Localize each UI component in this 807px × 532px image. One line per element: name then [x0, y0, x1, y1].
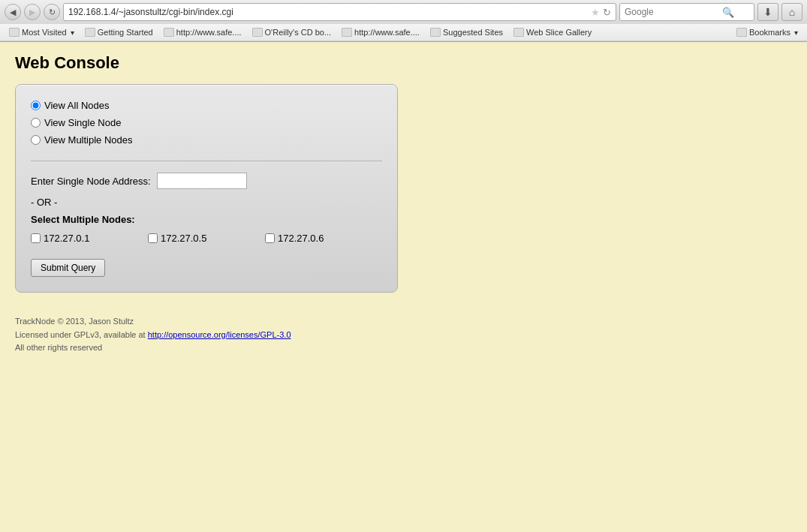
search-bar[interactable]: 🔍: [619, 3, 754, 21]
bookmark-label-web-slice: Web Slice Gallery: [526, 28, 592, 37]
radio-multiple-label: View Multiple Nodes: [44, 134, 133, 146]
radio-view-single[interactable]: View Single Node: [31, 117, 382, 128]
bookmark-icon-oreilly: [252, 28, 263, 37]
bookmark-label-oreilly: O'Reilly's CD bo...: [265, 28, 332, 37]
address-bar[interactable]: 192.168.1.4/~jasonstultz/cgi-bin/index.c…: [63, 3, 616, 21]
bookmark-safe-2[interactable]: http://www.safe....: [337, 26, 424, 38]
radio-view-all[interactable]: View All Nodes: [31, 100, 382, 111]
forward-button[interactable]: ▶: [24, 4, 41, 20]
page-content: Web Console View All Nodes View Single N…: [0, 42, 807, 492]
checkbox-node-3-input[interactable]: [265, 233, 275, 243]
radio-multiple-input[interactable]: [31, 135, 41, 145]
bookmark-oreilly[interactable]: O'Reilly's CD bo...: [248, 26, 336, 38]
bookmark-getting-started[interactable]: Getting Started: [80, 26, 158, 38]
bookmark-icon-safe-1: [164, 28, 174, 37]
select-multiple-label: Select Multiple Nodes:: [31, 214, 382, 225]
bookmark-label-most-visited: Most Visited: [22, 28, 67, 37]
footer-license-link[interactable]: http://opensource.org/licenses/GPL-3.0: [148, 330, 291, 339]
footer-line2-prefix: Licensed under GPLv3, available at: [15, 330, 148, 339]
back-button[interactable]: ◀: [5, 4, 21, 20]
checkbox-node-1-label: 172.27.0.1: [44, 233, 89, 244]
checkbox-node-2[interactable]: 172.27.0.5: [148, 233, 265, 244]
page-footer: TrackNode © 2013, Jason Stultz Licensed …: [15, 315, 792, 355]
bookmark-label-bookmarks: Bookmarks: [749, 28, 790, 37]
divider: [31, 161, 382, 161]
address-text: 192.168.1.4/~jasonstultz/cgi-bin/index.c…: [68, 7, 591, 17]
bookmark-icon-suggested: [430, 28, 441, 37]
bookmark-web-slice[interactable]: Web Slice Gallery: [509, 26, 596, 38]
toolbar: ◀ ▶ ↻ 192.168.1.4/~jasonstultz/cgi-bin/i…: [0, 0, 807, 24]
browser-chrome: ◀ ▶ ↻ 192.168.1.4/~jasonstultz/cgi-bin/i…: [0, 0, 807, 42]
radio-single-label: View Single Node: [44, 117, 121, 128]
footer-line1: TrackNode © 2013, Jason Stultz: [15, 315, 792, 329]
bookmark-icon-web-slice: [513, 28, 524, 37]
single-node-label: Enter Single Node Address:: [31, 176, 151, 187]
bookmark-icon-safe-2: [342, 28, 352, 37]
bookmark-icon-most-visited: [9, 28, 20, 37]
bookmark-label-getting-started: Getting Started: [98, 28, 153, 37]
bookmark-bookmarks[interactable]: Bookmarks: [732, 26, 802, 38]
star-icon[interactable]: ★: [591, 7, 600, 18]
search-input[interactable]: [625, 7, 722, 17]
or-text: - OR -: [31, 197, 382, 208]
bookmark-label-safe-2: http://www.safe....: [354, 28, 420, 37]
bookmark-suggested[interactable]: Suggested Sites: [426, 26, 507, 38]
radio-single-input[interactable]: [31, 118, 41, 128]
bookmark-label-suggested: Suggested Sites: [443, 28, 503, 37]
checkbox-node-3[interactable]: 172.27.0.6: [265, 233, 382, 244]
download-button[interactable]: ⬇: [757, 3, 778, 21]
single-node-input[interactable]: [157, 173, 247, 189]
bookmarks-bar: Most Visited Getting Started http://www.…: [0, 24, 807, 41]
address-icons: ★ ↻: [591, 7, 611, 18]
checkbox-node-1[interactable]: 172.27.0.1: [31, 233, 148, 244]
bookmark-most-visited[interactable]: Most Visited: [5, 26, 79, 38]
submit-button[interactable]: Submit Query: [31, 259, 105, 277]
bookmark-safe-1[interactable]: http://www.safe....: [159, 26, 246, 38]
form-panel: View All Nodes View Single Node View Mul…: [15, 84, 398, 293]
radio-view-multiple[interactable]: View Multiple Nodes: [31, 134, 382, 146]
checkbox-node-2-input[interactable]: [148, 233, 158, 243]
footer-line3: All other rights reserved: [15, 341, 792, 355]
checkbox-node-3-label: 172.27.0.6: [278, 233, 324, 244]
refresh-icon[interactable]: ↻: [603, 7, 611, 18]
checkbox-group: 172.27.0.1 172.27.0.5 172.27.0.6: [31, 233, 382, 244]
search-icon[interactable]: 🔍: [722, 7, 734, 18]
single-node-row: Enter Single Node Address:: [31, 173, 382, 189]
radio-all-input[interactable]: [31, 101, 41, 110]
refresh-button[interactable]: ↻: [44, 4, 60, 20]
bookmark-icon-bookmarks: [736, 28, 747, 37]
checkbox-node-2-label: 172.27.0.5: [161, 233, 206, 244]
checkbox-node-1-input[interactable]: [31, 233, 41, 243]
bookmark-label-safe-1: http://www.safe....: [176, 28, 242, 37]
toolbar-icons: ⬇ ⌂: [757, 3, 802, 21]
radio-group: View All Nodes View Single Node View Mul…: [31, 100, 382, 146]
footer-line2: Licensed under GPLv3, available at http:…: [15, 329, 792, 342]
radio-all-label: View All Nodes: [44, 100, 109, 111]
home-button[interactable]: ⌂: [781, 3, 802, 21]
page-title: Web Console: [15, 53, 792, 73]
bookmark-icon-getting-started: [85, 28, 95, 37]
